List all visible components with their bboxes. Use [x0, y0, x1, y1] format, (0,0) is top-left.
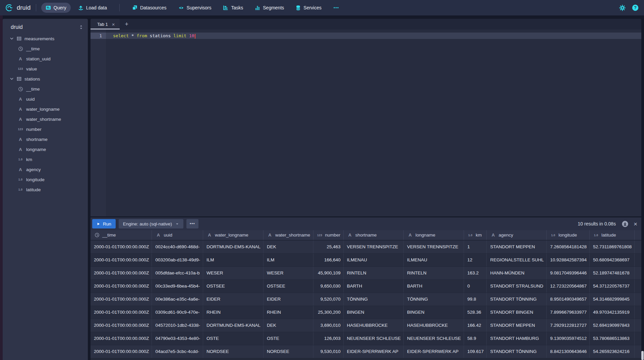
- tree-column-shortname[interactable]: Ashortname: [3, 134, 88, 144]
- cell-latitude[interactable]: 49.970342135919: [589, 306, 634, 319]
- cell-latitude[interactable]: 54.314682999845: [589, 293, 634, 306]
- cell--time[interactable]: 2000-01-01T00:00:00.000Z: [91, 293, 152, 306]
- cell-longitude[interactable]: 7.8996679633977: [547, 306, 590, 319]
- cell-water-shortname[interactable]: ILM: [264, 253, 313, 266]
- column-header-agency[interactable]: Aagency: [487, 230, 547, 240]
- cell-water-longname[interactable]: ILM: [203, 253, 264, 266]
- column-header-number[interactable]: 123number: [313, 230, 343, 240]
- cell-water-longname[interactable]: NORDSEE: [203, 345, 264, 358]
- cell--time[interactable]: 2000-01-01T00:00:00.000Z: [91, 266, 152, 279]
- tree-column--time[interactable]: __time: [3, 84, 88, 94]
- tree-column-km[interactable]: 1.0km: [3, 154, 88, 164]
- cell-uuid[interactable]: 04790e03-4353-4e80-: [152, 332, 203, 345]
- vertical-scrollbar-thumb[interactable]: [641, 351, 644, 360]
- cell-agency[interactable]: STANDORT TÖNNING: [487, 293, 547, 306]
- cell-shortname[interactable]: RINTELN: [343, 266, 404, 279]
- column-header-longitude[interactable]: 1.0longitude: [547, 230, 590, 240]
- cell-number[interactable]: 9,520,070: [313, 293, 343, 306]
- cell-km[interactable]: 163.2: [464, 266, 486, 279]
- cell-water-shortname[interactable]: RHEIN: [264, 306, 313, 319]
- cell-uuid[interactable]: 0309cd61-90c9-470e-: [152, 306, 203, 319]
- cell-number[interactable]: 3,690,010: [313, 319, 343, 332]
- cell-water-longname[interactable]: OSTSEE: [203, 279, 264, 293]
- cell--time[interactable]: 2000-01-01T00:00:00.000Z: [91, 319, 152, 332]
- cell-water-longname[interactable]: OSTE: [203, 332, 264, 345]
- tree-column--time[interactable]: __time: [3, 44, 88, 54]
- column-header-longname[interactable]: Alongname: [404, 230, 464, 240]
- cell-number[interactable]: 126,003: [313, 332, 343, 345]
- cell--time[interactable]: 2000-01-01T00:00:00.000Z: [91, 332, 152, 345]
- tree-column-uuid[interactable]: Auuid: [3, 94, 88, 104]
- nav-item-datasources[interactable]: Datasources: [128, 3, 171, 13]
- nav-item-tasks[interactable]: Tasks: [219, 3, 247, 13]
- cell-agency[interactable]: STANDORT HAMBURG: [487, 332, 547, 345]
- cell-longitude[interactable]: 12.723220564867: [547, 279, 590, 293]
- cell--time[interactable]: 2000-01-01T00:00:00.000Z: [91, 279, 152, 293]
- cell--time[interactable]: 2000-01-01T00:00:00.000Z: [91, 240, 152, 253]
- cell-longname[interactable]: BINGEN: [404, 306, 464, 319]
- cell-km[interactable]: 0: [464, 279, 486, 293]
- column-header-latitude[interactable]: 1.0latitude: [589, 230, 634, 240]
- cell-number[interactable]: 9,530,010: [313, 345, 343, 358]
- cell-shortname[interactable]: BARTH: [343, 279, 404, 293]
- sql-line[interactable]: select * from stations limit 10: [106, 33, 641, 39]
- cell-water-longname[interactable]: WESER: [203, 266, 264, 279]
- cell-shortname[interactable]: VERSEN TRENNSPITZE: [343, 240, 404, 253]
- cell-shortname[interactable]: EIDER-SPERRWERK AP: [343, 345, 404, 358]
- tree-column-longitude[interactable]: 1.0longitude: [3, 174, 88, 185]
- cell--time[interactable]: 2000-01-01T00:00:00.000Z: [91, 253, 152, 266]
- close-results-icon[interactable]: ×: [634, 221, 637, 227]
- cell-agency[interactable]: HANN-MÜNDEN: [487, 266, 547, 279]
- cell-km[interactable]: 58.9: [464, 332, 486, 345]
- column-header-km[interactable]: 1.0km: [464, 230, 486, 240]
- new-tab-button[interactable]: +: [120, 19, 134, 30]
- cell-agency[interactable]: REGIONALSTELLE SUHL: [487, 253, 547, 266]
- cell-longname[interactable]: RINTELN: [404, 266, 464, 279]
- editor-code-area[interactable]: select * from stations limit 10: [106, 30, 641, 216]
- column-header-water-shortname[interactable]: Awater_shortname: [264, 230, 313, 240]
- cell-agency[interactable]: STANDORT STRALSUND: [487, 279, 547, 293]
- cell-longname[interactable]: EIDER-SPERRWERK AP: [404, 345, 464, 358]
- nav-item-query[interactable]: Query: [41, 3, 71, 13]
- sql-editor[interactable]: 1 select * from stations limit 10: [91, 30, 641, 216]
- tree-column-agency[interactable]: Aagency: [3, 164, 88, 174]
- cell-shortname[interactable]: NEUENSEER SCHLEUSE: [343, 332, 404, 345]
- cell-longitude[interactable]: 7.2608564181428: [547, 240, 590, 253]
- cell-latitude[interactable]: 53.780686513863: [589, 332, 634, 345]
- cell-agency[interactable]: STANDORT BINGEN: [487, 306, 547, 319]
- cell-longitude[interactable]: 8.8421300643646: [547, 345, 590, 358]
- cell-latitude[interactable]: 52.7311869761808: [589, 240, 634, 253]
- cell-water-shortname[interactable]: OSTSEE: [264, 279, 313, 293]
- cell-longitude[interactable]: 9.0817049396446: [547, 266, 590, 279]
- column-header-uuid[interactable]: Auuid: [152, 230, 203, 240]
- cell-shortname[interactable]: HASEHUBBRÜCKE: [343, 319, 404, 332]
- cell-longname[interactable]: HASEHUBBRÜCKE: [404, 319, 464, 332]
- cell-longname[interactable]: NEUENSEER SCHLEUSE: [404, 332, 464, 345]
- cell-uuid[interactable]: 00e386ac-e35c-4a6e-: [152, 293, 203, 306]
- nav-item-load-data[interactable]: Load data: [74, 3, 111, 13]
- settings-gear-icon[interactable]: [619, 5, 626, 11]
- cell-longitude[interactable]: 7.2929122812727: [547, 319, 590, 332]
- cell-number[interactable]: 45,900,109: [313, 266, 343, 279]
- tree-group-stations[interactable]: stations: [3, 74, 88, 84]
- cell-water-longname[interactable]: DORTMUND-EMS-KANAL: [203, 240, 264, 253]
- cell-latitude[interactable]: 52.189747481678: [589, 266, 634, 279]
- tree-column-number[interactable]: 123number: [3, 124, 88, 134]
- cell--time[interactable]: 2000-01-01T00:00:00.000Z: [91, 306, 152, 319]
- download-results-icon[interactable]: [622, 220, 629, 227]
- cell-km[interactable]: 99.8: [464, 293, 486, 306]
- cell-shortname[interactable]: BINGEN: [343, 306, 404, 319]
- cell-shortname[interactable]: ILMENAU: [343, 253, 404, 266]
- cell-latitude[interactable]: 52.694190997843: [589, 319, 634, 332]
- cell-latitude[interactable]: 50.680942368697: [589, 253, 634, 266]
- cell-km[interactable]: 528.36: [464, 306, 486, 319]
- cell-agency[interactable]: STANDORT TÖNNING: [487, 345, 547, 358]
- tree-column-latitude[interactable]: 1.0latitude: [3, 185, 88, 195]
- nav-item-supervisors[interactable]: Supervisors: [174, 3, 216, 13]
- column-header--time[interactable]: __time: [91, 230, 152, 240]
- cell-number[interactable]: 25,300,200: [313, 306, 343, 319]
- cell-km[interactable]: 166.42: [464, 319, 486, 332]
- cell-number[interactable]: 25,463: [313, 240, 343, 253]
- cell-water-longname[interactable]: DORTMUND-EMS-KANAL: [203, 319, 264, 332]
- run-button[interactable]: Run: [92, 219, 116, 228]
